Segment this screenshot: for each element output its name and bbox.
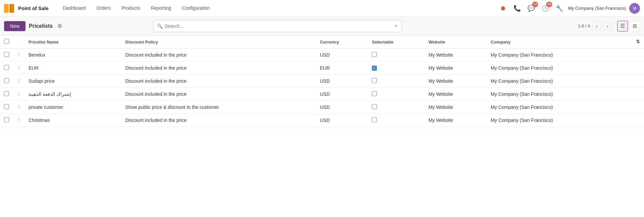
- discount-policy: Discount included in the price: [121, 88, 316, 101]
- company: My Company (San Francisco): [487, 49, 621, 62]
- header-currency[interactable]: Currency: [316, 35, 368, 49]
- search-bar[interactable]: 🔍 ▼: [153, 20, 402, 32]
- page-title: Pricelists: [29, 23, 53, 29]
- settings-button[interactable]: 🔧: [554, 3, 565, 14]
- status-dot-button[interactable]: [498, 3, 508, 14]
- top-navigation: Point of Sale Dashboard Orders Products …: [0, 0, 644, 17]
- clock-button[interactable]: 🕐 35: [540, 3, 551, 14]
- selectable-cell[interactable]: [368, 49, 425, 62]
- currency: USD: [316, 49, 368, 62]
- row-checkbox-cell[interactable]: [0, 75, 13, 88]
- row-actions: [621, 114, 644, 127]
- nav-item-products[interactable]: Products: [117, 0, 145, 17]
- website: My Website: [425, 88, 487, 101]
- pricelist-name: EUR: [24, 62, 121, 75]
- pricelist-name: Christmas: [24, 114, 121, 127]
- row-checkbox[interactable]: [4, 65, 9, 70]
- kanban-view-button[interactable]: ⊞: [629, 21, 640, 31]
- nav-item-dashboard[interactable]: Dashboard: [58, 0, 91, 17]
- selectable-checkbox[interactable]: [372, 91, 377, 96]
- filter-icon[interactable]: ⇅: [636, 39, 640, 44]
- avatar[interactable]: U: [629, 3, 640, 14]
- selectable-checkbox[interactable]: [372, 104, 377, 109]
- drag-handle-icon[interactable]: ⠿: [17, 65, 20, 71]
- messages-button[interactable]: 💬 10: [526, 3, 537, 14]
- header-pricelist-name[interactable]: Pricelist Name: [24, 35, 121, 49]
- nav-item-configuration[interactable]: Configuration: [177, 0, 214, 17]
- nav-item-orders[interactable]: Orders: [92, 0, 115, 17]
- row-checkbox[interactable]: [4, 52, 9, 57]
- clock-badge: 35: [546, 2, 552, 7]
- pricelists-table: Pricelist Name Discount Policy Currency …: [0, 35, 644, 127]
- drag-handle-cell[interactable]: ⠿: [13, 88, 24, 101]
- nav-item-reporting[interactable]: Reporting: [146, 0, 176, 17]
- row-checkbox-cell[interactable]: [0, 49, 13, 62]
- prev-page-button[interactable]: ‹: [592, 22, 601, 30]
- list-view-button[interactable]: ☰: [617, 21, 628, 31]
- messages-badge: 10: [532, 2, 538, 7]
- list-view-icon: ☰: [620, 23, 625, 29]
- header-website[interactable]: Website: [425, 35, 487, 49]
- selectable-cell[interactable]: [368, 75, 425, 88]
- phone-button[interactable]: 📞: [512, 3, 523, 14]
- new-button[interactable]: New: [4, 21, 26, 31]
- drag-handle-cell[interactable]: ⠿: [13, 75, 24, 88]
- row-checkbox-cell[interactable]: [0, 88, 13, 101]
- table-row: ⠿BeneluxDiscount included in the priceUS…: [0, 49, 644, 62]
- search-dropdown-icon[interactable]: ▼: [394, 24, 398, 28]
- discount-policy: Discount included in the price: [121, 75, 316, 88]
- company: My Company (San Francisco): [487, 62, 621, 75]
- row-actions: [621, 62, 644, 75]
- settings-gear-button[interactable]: ⚙: [56, 21, 63, 30]
- row-checkbox-cell[interactable]: [0, 101, 13, 114]
- selectable-cell[interactable]: ✓: [368, 62, 425, 75]
- company-label[interactable]: My Company (San Francisco): [568, 6, 626, 11]
- status-dot-icon: [501, 6, 505, 10]
- drag-handle-cell[interactable]: ⠿: [13, 101, 24, 114]
- drag-handle-icon[interactable]: ⠿: [17, 91, 20, 97]
- logo-icon: [4, 4, 14, 13]
- row-checkbox-cell[interactable]: [0, 114, 13, 127]
- row-checkbox-cell[interactable]: [0, 62, 13, 75]
- header-select-all[interactable]: [0, 35, 13, 49]
- header-company[interactable]: Company: [487, 35, 621, 49]
- discount-policy: Show public price & discount to the cust…: [121, 101, 316, 114]
- header-filter[interactable]: ⇅: [621, 35, 644, 48]
- currency: USD: [316, 101, 368, 114]
- discount-policy: Discount included in the price: [121, 62, 316, 75]
- row-checkbox[interactable]: [4, 78, 9, 83]
- currency: EUR: [316, 62, 368, 75]
- app-logo[interactable]: Point of Sale: [4, 4, 54, 13]
- selectable-cell[interactable]: [368, 101, 425, 114]
- drag-handle-cell[interactable]: ⠿: [13, 49, 24, 62]
- drag-handle-cell[interactable]: ⠿: [13, 114, 24, 127]
- header-selectable[interactable]: Selectable: [368, 35, 425, 49]
- currency: USD: [316, 114, 368, 127]
- selectable-checkbox[interactable]: [372, 52, 377, 57]
- table-row: ⠿ChristmasDiscount included in the price…: [0, 114, 644, 127]
- row-checkbox[interactable]: [4, 91, 9, 96]
- selectable-checked-icon: ✓: [372, 66, 377, 71]
- app-name: Point of Sale: [18, 5, 49, 11]
- row-actions: [621, 88, 644, 101]
- selectable-cell[interactable]: [368, 88, 425, 101]
- selectable-checkbox[interactable]: [372, 78, 377, 83]
- row-checkbox[interactable]: [4, 104, 9, 109]
- phone-icon: 📞: [513, 5, 521, 12]
- drag-handle-icon[interactable]: ⠿: [17, 52, 20, 58]
- pricelist-name: private customer: [24, 101, 121, 114]
- row-checkbox[interactable]: [4, 117, 9, 122]
- website: My Website: [425, 62, 487, 75]
- selectable-checkbox[interactable]: [372, 117, 377, 122]
- drag-handle-icon[interactable]: ⠿: [17, 78, 20, 84]
- header-discount-policy[interactable]: Discount Policy: [121, 35, 316, 49]
- drag-handle-cell[interactable]: ⠿: [13, 62, 24, 75]
- search-input[interactable]: [165, 23, 392, 29]
- website: My Website: [425, 49, 487, 62]
- selectable-cell[interactable]: [368, 114, 425, 127]
- website: My Website: [425, 101, 487, 114]
- drag-handle-icon[interactable]: ⠿: [17, 118, 20, 123]
- next-page-button[interactable]: ›: [603, 22, 612, 30]
- drag-handle-icon[interactable]: ⠿: [17, 104, 20, 110]
- select-all-checkbox[interactable]: [4, 39, 9, 44]
